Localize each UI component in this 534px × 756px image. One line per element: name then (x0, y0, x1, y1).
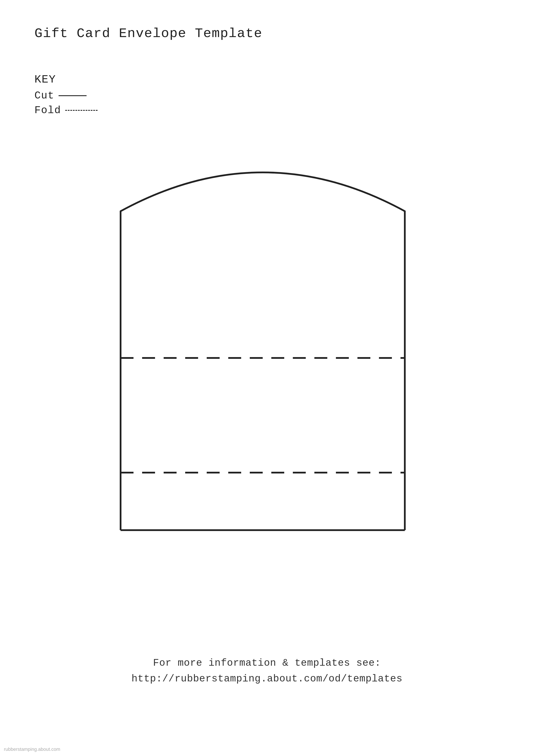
page: Gift Card Envelope Template KEY Cut Fold (0, 0, 534, 756)
envelope-diagram (82, 121, 444, 543)
key-fold-label: Fold (35, 104, 61, 116)
key-cut-label: Cut (35, 90, 54, 101)
footer: For more information & templates see: ht… (0, 655, 534, 687)
key-heading: KEY (35, 73, 97, 86)
cut-line-icon (59, 95, 87, 96)
key-fold-row: Fold (35, 104, 97, 116)
page-title: Gift Card Envelope Template (35, 26, 263, 41)
fold-line-icon (65, 110, 97, 111)
key-section: KEY Cut Fold (35, 73, 97, 119)
watermark: rubberstamping.about.com (4, 746, 60, 752)
footer-line2: http://rubberstamping.about.com/od/templ… (0, 671, 534, 687)
key-cut-row: Cut (35, 90, 97, 101)
envelope-svg (82, 121, 444, 543)
footer-line1: For more information & templates see: (0, 655, 534, 671)
